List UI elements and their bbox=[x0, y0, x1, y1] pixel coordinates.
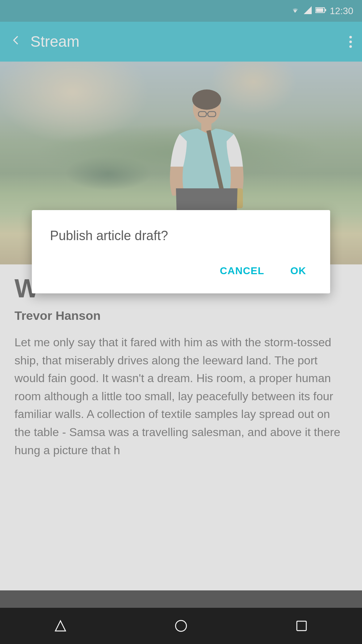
ok-button[interactable]: OK bbox=[285, 262, 312, 280]
svg-rect-14 bbox=[297, 621, 306, 631]
svg-point-13 bbox=[176, 620, 186, 631]
nav-recents-button[interactable] bbox=[294, 618, 310, 634]
bottom-nav bbox=[0, 608, 362, 644]
svg-marker-12 bbox=[55, 621, 66, 631]
dialog-title: Publish article draft? bbox=[46, 228, 316, 243]
dialog-actions: CANCEL OK bbox=[46, 262, 316, 280]
cancel-button[interactable]: CANCEL bbox=[214, 262, 270, 280]
overlay-scrim bbox=[0, 0, 362, 608]
dialog: Publish article draft? CANCEL OK bbox=[32, 210, 330, 293]
nav-back-button[interactable] bbox=[52, 618, 68, 634]
nav-home-button[interactable] bbox=[173, 618, 189, 634]
